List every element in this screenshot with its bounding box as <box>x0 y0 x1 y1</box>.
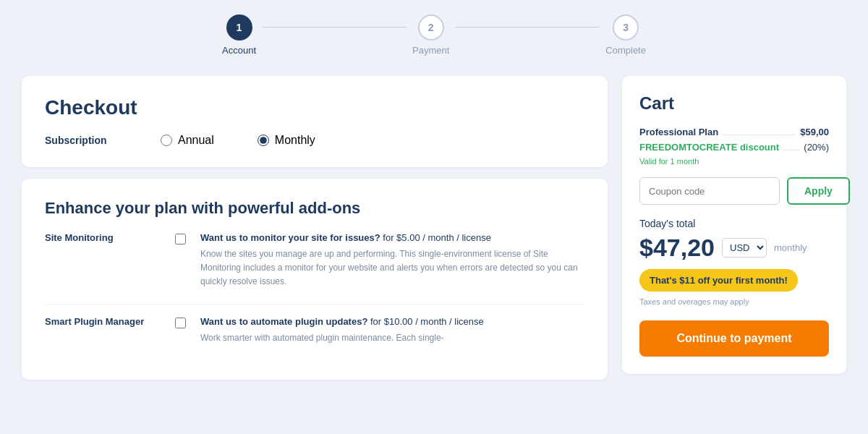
monthly-billing-label: monthly <box>774 242 807 253</box>
savings-badge: That's $11 off your first month! <box>639 269 798 292</box>
addon-checkbox-site-monitoring[interactable] <box>175 234 186 244</box>
addon-title-rest-1: for $5.00 / month / license <box>380 232 491 243</box>
stepper: 1 Account 2 Payment 3 Complete <box>14 14 854 56</box>
annual-label: Annual <box>178 134 214 147</box>
addon-checkbox-smart-plugin[interactable] <box>175 318 186 328</box>
cart-discount-valid: Valid for 1 month <box>639 157 829 166</box>
cart-discount-value: (20%) <box>804 142 829 153</box>
coupon-row: Apply <box>639 177 829 205</box>
step-3-circle: 3 <box>613 14 639 41</box>
monthly-label: Monthly <box>275 134 315 147</box>
cart-dotted-1 <box>723 135 796 135</box>
addon-check-col-1 <box>175 232 186 289</box>
addon-title-rest-2: for $10.00 / month / license <box>367 316 483 327</box>
addon-content-site-monitoring: Want us to monitor your site for issues?… <box>200 232 584 289</box>
step-3-label: Complete <box>605 45 646 56</box>
checkout-card: Checkout Subscription Annual Monthly <box>22 76 608 167</box>
addon-title-site-monitoring: Want us to monitor your site for issues?… <box>200 232 584 243</box>
cart-dotted-2 <box>783 150 799 150</box>
taxes-note: Taxes and overages may apply <box>639 297 829 306</box>
left-panel: Checkout Subscription Annual Monthly Enh… <box>22 76 608 380</box>
todays-total-label: Today's total <box>639 218 829 229</box>
monthly-radio[interactable] <box>258 135 269 146</box>
annual-option[interactable]: Annual <box>161 134 214 147</box>
addon-name-smart-plugin: Smart Plugin Manager <box>45 316 161 345</box>
addon-content-smart-plugin: Want us to automate plugin updates? for … <box>200 316 584 345</box>
addon-desc-site-monitoring: Know the sites you manage are up and per… <box>200 247 584 289</box>
monthly-option[interactable]: Monthly <box>258 134 315 147</box>
stepper-step-2: 2 Payment <box>412 14 449 56</box>
addon-name-site-monitoring: Site Monitoring <box>45 232 161 289</box>
step-2-label: Payment <box>412 45 449 56</box>
apply-button[interactable]: Apply <box>787 177 850 205</box>
step-2-circle: 2 <box>418 14 444 41</box>
cart-plan-price: $59,00 <box>800 127 829 137</box>
step-1-label: Account <box>222 45 256 56</box>
annual-radio[interactable] <box>161 135 172 146</box>
cart-plan-line: Professional Plan $59,00 <box>639 127 829 137</box>
addon-row-smart-plugin: Smart Plugin Manager Want us to automate… <box>45 316 584 345</box>
addon-title-strong-2: Want us to automate plugin updates? <box>200 316 367 327</box>
addon-title-strong-1: Want us to monitor your site for issues? <box>200 232 380 243</box>
checkout-title: Checkout <box>45 96 584 119</box>
stepper-line-1 <box>262 27 407 27</box>
addons-title: Enhance your plan with powerful add-ons <box>45 199 584 218</box>
total-price-row: $47,20 USD EUR GBP monthly <box>639 234 829 262</box>
subscription-row: Subscription Annual Monthly <box>45 134 584 147</box>
stepper-step-3: 3 Complete <box>605 14 646 56</box>
cart-discount-name: FREEDOMTOCREATE discount <box>639 142 779 153</box>
cart-card: Cart Professional Plan $59,00 FREEDOMTOC… <box>622 76 846 374</box>
addon-desc-smart-plugin: Work smarter with automated plugin maint… <box>200 331 584 345</box>
addon-title-smart-plugin: Want us to automate plugin updates? for … <box>200 316 584 327</box>
subscription-label: Subscription <box>45 135 117 146</box>
cart-title: Cart <box>639 93 829 114</box>
main-layout: Checkout Subscription Annual Monthly Enh… <box>22 76 846 380</box>
stepper-line-2 <box>455 27 600 27</box>
addons-card: Enhance your plan with powerful add-ons … <box>22 179 608 380</box>
cart-discount-line: FREEDOMTOCREATE discount (20%) <box>639 142 829 153</box>
addon-check-col-2 <box>175 316 186 345</box>
continue-to-payment-button[interactable]: Continue to payment <box>639 320 829 357</box>
currency-select[interactable]: USD EUR GBP <box>722 238 767 258</box>
total-price: $47,20 <box>639 234 715 262</box>
step-1-circle: 1 <box>226 14 252 41</box>
addon-row-site-monitoring: Site Monitoring Want us to monitor your … <box>45 232 584 289</box>
stepper-step-1: 1 Account <box>222 14 256 56</box>
right-panel: Cart Professional Plan $59,00 FREEDOMTOC… <box>622 76 846 380</box>
cart-plan-name: Professional Plan <box>639 127 718 137</box>
coupon-input[interactable] <box>639 177 780 205</box>
addon-divider <box>45 304 584 305</box>
